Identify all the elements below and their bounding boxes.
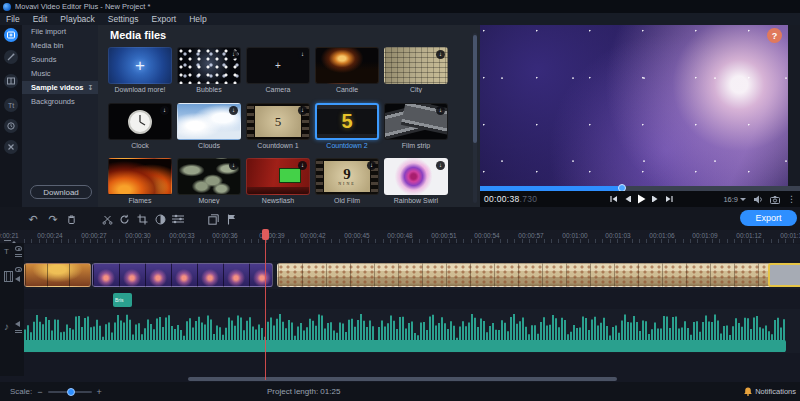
aspect-ratio-select[interactable]: 16:9 <box>723 195 746 204</box>
download-badge-icon[interactable]: ↓ <box>298 106 307 115</box>
menu-settings[interactable]: Settings <box>108 14 139 24</box>
playhead-line[interactable] <box>265 229 266 380</box>
video-clip-palms[interactable] <box>24 263 91 287</box>
countdown-2-thumb[interactable]: 5 <box>315 103 379 140</box>
media-item-old-film[interactable]: 9 NINE ↓ Old Film <box>315 158 379 208</box>
title-track-lane[interactable] <box>24 244 800 261</box>
sidebar-item-music[interactable]: Music <box>22 67 98 80</box>
jump-start-icon[interactable] <box>610 195 618 203</box>
link-icon[interactable] <box>15 330 22 333</box>
delete-icon[interactable] <box>64 212 78 226</box>
notifications-button[interactable]: Notifications <box>744 387 796 396</box>
undo-icon[interactable]: ↶ <box>26 212 40 226</box>
clock-thumb[interactable]: ↓ <box>108 103 172 140</box>
prev-frame-icon[interactable] <box>624 195 631 203</box>
color-adjust-icon[interactable] <box>153 212 167 226</box>
play-icon[interactable] <box>637 194 646 204</box>
split-scissors-icon[interactable] <box>100 212 114 226</box>
media-item-money[interactable]: ↓ Money <box>177 158 241 208</box>
properties-sliders-icon[interactable] <box>171 212 185 226</box>
sidebar-item-file-import[interactable]: File import <box>22 25 98 38</box>
jump-end-icon[interactable] <box>665 195 673 203</box>
download-more-thumb[interactable]: + <box>108 47 172 84</box>
media-item-flames[interactable]: Flames <box>108 158 172 208</box>
menu-edit[interactable]: Edit <box>33 14 48 24</box>
scale-slider[interactable] <box>48 391 92 393</box>
rotate-icon[interactable] <box>117 212 131 226</box>
eye-icon[interactable] <box>15 246 22 251</box>
timeline-ruler[interactable]: 00:00:21 00:00:24 00:00:27 00:00:30 00:0… <box>0 230 800 243</box>
download-badge-icon[interactable]: ↓ <box>436 50 445 59</box>
city-thumb[interactable]: ↓ <box>384 47 448 84</box>
camera-thumb[interactable]: + ↓ <box>246 47 310 84</box>
download-badge-icon[interactable]: ↓ <box>436 161 445 170</box>
flames-thumb[interactable] <box>108 158 172 195</box>
media-item-camera[interactable]: + ↓ Camera <box>246 47 310 97</box>
media-item-clock[interactable]: ↓ Clock <box>108 103 172 153</box>
media-import-icon[interactable] <box>4 28 18 42</box>
linked-audio-tag[interactable]: Bris <box>113 293 132 307</box>
title-bar[interactable]: Movavi Video Editor Plus - New Project * <box>0 0 800 13</box>
more-options-icon[interactable]: ⋮ <box>787 194 796 204</box>
next-frame-icon[interactable] <box>652 195 659 203</box>
film-strip-thumb[interactable]: ↓ <box>384 103 448 140</box>
menu-file[interactable]: File <box>6 14 20 24</box>
old-film-thumb[interactable]: 9 NINE ↓ <box>315 158 379 195</box>
menu-help[interactable]: Help <box>189 14 206 24</box>
download-badge-icon[interactable]: ↓ <box>298 50 307 59</box>
download-badge-icon[interactable]: ↓ <box>160 106 169 115</box>
filters-wand-icon[interactable] <box>4 50 18 64</box>
bubbles-thumb[interactable]: ↓ <box>177 47 241 84</box>
rainbow-swirl-thumb[interactable]: ↓ <box>384 158 448 195</box>
titles-icon[interactable]: Tt <box>4 98 18 112</box>
media-item-countdown-1[interactable]: 5 ↓ Countdown 1 <box>246 103 310 153</box>
video-clip-galaxy[interactable] <box>92 263 273 287</box>
download-badge-icon[interactable]: ↓ <box>229 106 238 115</box>
media-item-rainbow-swirl[interactable]: ↓ Rainbow Swirl <box>384 158 448 208</box>
transitions-icon[interactable] <box>4 74 18 88</box>
download-badge-icon[interactable]: ↓ <box>367 161 376 170</box>
eye-icon[interactable] <box>15 267 22 272</box>
zoom-out-icon[interactable]: − <box>37 387 42 397</box>
download-badge-icon[interactable]: ↓ <box>229 161 238 170</box>
media-item-countdown-2-selected[interactable]: 5 Countdown 2 <box>315 103 379 153</box>
help-button[interactable]: ? <box>767 28 782 43</box>
newsflash-thumb[interactable]: ↓ <box>246 158 310 195</box>
media-scrollbar[interactable] <box>473 33 477 203</box>
snapshot-camera-icon[interactable] <box>770 190 780 208</box>
menu-playback[interactable]: Playback <box>60 14 95 24</box>
zoom-in-icon[interactable]: + <box>97 387 102 397</box>
countdown-1-thumb[interactable]: 5 ↓ <box>246 103 310 140</box>
volume-icon[interactable] <box>753 190 763 208</box>
money-thumb[interactable]: ↓ <box>177 158 241 195</box>
stickers-clock-icon[interactable] <box>4 119 18 133</box>
media-item-download-more[interactable]: + Download more! <box>108 47 172 97</box>
link-icon[interactable] <box>15 254 22 257</box>
sidebar-item-sounds[interactable]: Sounds <box>22 53 98 66</box>
sidebar-item-backgrounds[interactable]: Backgrounds <box>22 95 98 108</box>
redo-icon[interactable]: ↷ <box>46 212 60 226</box>
video-preview[interactable] <box>480 25 800 186</box>
media-item-film-strip[interactable]: ↓ Film strip <box>384 103 448 153</box>
marker-flag-icon[interactable] <box>224 212 238 226</box>
menu-export[interactable]: Export <box>152 14 177 24</box>
sidebar-item-sample-videos[interactable]: Sample videos ↧ <box>22 81 98 94</box>
media-item-city[interactable]: ↓ City <box>384 47 448 97</box>
audio-waveform[interactable] <box>24 310 786 352</box>
crop-icon[interactable] <box>135 212 149 226</box>
video-clip-beach[interactable] <box>277 263 795 287</box>
candle-thumb[interactable] <box>315 47 379 84</box>
export-button[interactable]: Export <box>740 210 797 226</box>
media-item-clouds[interactable]: ↓ Clouds <box>177 103 241 153</box>
sidebar-item-media-bin[interactable]: Media bin <box>22 39 98 52</box>
clouds-thumb[interactable]: ↓ <box>177 103 241 140</box>
speaker-icon[interactable] <box>15 321 20 327</box>
scale-slider-knob[interactable] <box>67 388 75 396</box>
media-item-newsflash[interactable]: ↓ Newsflash <box>246 158 310 208</box>
timeline-scrollbar-thumb[interactable] <box>188 377 617 381</box>
media-item-candle[interactable]: Candle <box>315 47 379 97</box>
more-tools-icon[interactable] <box>4 140 18 154</box>
video-clip-selected[interactable] <box>768 263 800 287</box>
speaker-icon[interactable] <box>15 276 20 282</box>
media-scrollbar-thumb[interactable] <box>473 35 477 143</box>
